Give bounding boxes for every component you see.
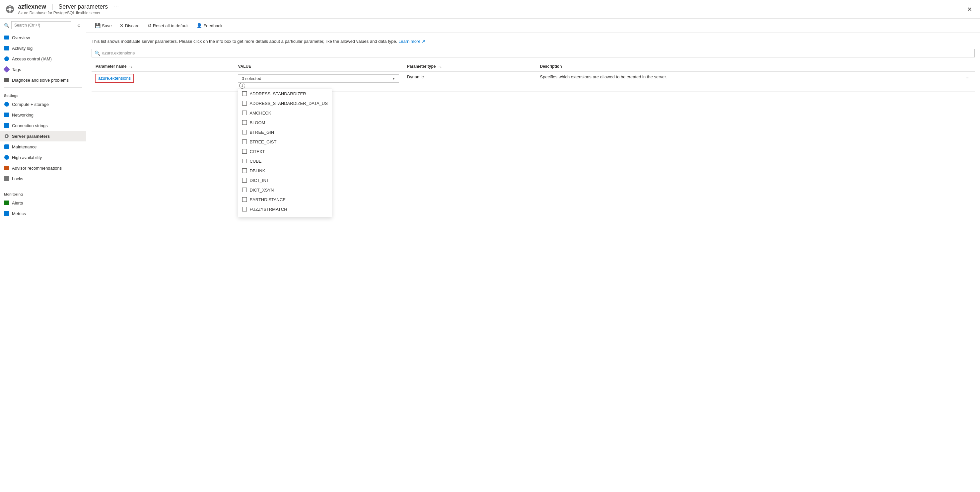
dropdown-item[interactable]: BTREE_GIN — [238, 128, 332, 137]
sidebar-item-label: Activity log — [12, 46, 32, 51]
sidebar-search-area: 🔍 « — [0, 19, 86, 32]
sidebar-item-connection-strings[interactable]: Connection strings — [0, 120, 86, 131]
maintenance-icon — [4, 144, 9, 149]
checkbox[interactable] — [242, 159, 247, 163]
search-icon: 🔍 — [95, 51, 100, 56]
dropdown-item[interactable]: ADDRESS_STANDARDIZER — [238, 89, 332, 99]
checkbox[interactable] — [242, 130, 247, 134]
param-search-bar: 🔍 — [92, 49, 975, 58]
learn-more-link[interactable]: Learn more ↗ — [398, 39, 425, 44]
sidebar-item-label: Access control (IAM) — [12, 56, 52, 61]
info-icon[interactable]: ℹ — [239, 83, 245, 89]
dropdown-item-label: AMCHECK — [250, 110, 271, 115]
sidebar-item-label: High availability — [12, 155, 42, 160]
feedback-icon: 👤 — [196, 23, 202, 28]
feedback-button[interactable]: 👤 Feedback — [193, 21, 226, 30]
checkbox[interactable] — [242, 101, 247, 105]
search-input[interactable] — [11, 21, 71, 29]
svg-point-5 — [12, 9, 13, 10]
sidebar-item-activity-log[interactable]: Activity log — [0, 43, 86, 53]
sidebar-item-advisor-recommendations[interactable]: Advisor recommendations — [0, 163, 86, 173]
dropdown-item[interactable]: BLOOM — [238, 118, 332, 128]
sidebar-item-tags[interactable]: Tags — [0, 64, 86, 75]
svg-point-2 — [9, 6, 11, 7]
sidebar-item-networking[interactable]: Networking — [0, 110, 86, 120]
dropdown-item[interactable]: AMCHECK — [238, 108, 332, 118]
checkbox[interactable] — [242, 168, 247, 173]
sidebar-item-metrics[interactable]: Metrics — [0, 208, 86, 219]
sidebar-item-label: Compute + storage — [12, 102, 49, 107]
sidebar-item-locks[interactable]: Locks — [0, 173, 86, 184]
dropdown-item[interactable]: DICT_XSYN — [238, 185, 332, 195]
dropdown-item[interactable]: CUBE — [238, 157, 332, 166]
sidebar-item-high-availability[interactable]: High availability — [0, 152, 86, 163]
sidebar-item-compute-storage[interactable]: Compute + storage — [0, 99, 86, 110]
checkbox[interactable] — [242, 91, 247, 96]
dropdown-item-label: BLOOM — [250, 120, 265, 125]
col-header-description: Description — [536, 61, 975, 72]
dropdown-item-label: FUZZYSTRMATCH — [250, 207, 287, 212]
sidebar-item-label: Locks — [12, 176, 23, 181]
checkbox[interactable] — [242, 207, 247, 211]
checkbox[interactable] — [242, 188, 247, 192]
checkbox[interactable] — [242, 149, 247, 154]
sort-icon[interactable]: ↑↓ — [438, 64, 442, 69]
sidebar-item-diagnose[interactable]: Diagnose and solve problems — [0, 75, 86, 85]
sidebar-item-label: Connection strings — [12, 123, 48, 128]
dropdown-selected-label: 0 selected — [242, 76, 261, 81]
param-name-link[interactable]: azure.extensions — [95, 74, 134, 82]
param-description-cell: Specifies which extensions are allowed t… — [536, 71, 975, 91]
reset-button[interactable]: ↺ Reset all to default — [144, 21, 192, 30]
checkbox[interactable] — [242, 120, 247, 125]
sidebar-navigation: Overview Activity log Access control (IA… — [0, 32, 86, 492]
sidebar-item-label: Diagnose and solve problems — [12, 78, 69, 83]
checkbox[interactable] — [242, 178, 247, 182]
alerts-icon — [4, 200, 9, 206]
dropdown-item[interactable]: DICT_INT — [238, 176, 332, 185]
settings-icon — [4, 133, 9, 139]
sidebar-item-label: Alerts — [12, 201, 23, 206]
sidebar-item-server-parameters[interactable]: Server parameters — [0, 131, 86, 141]
settings-section-label: Settings — [0, 89, 86, 99]
save-button[interactable]: 💾 Save — [92, 21, 115, 30]
feedback-label: Feedback — [204, 23, 222, 28]
sort-icon[interactable]: ↑↓ — [129, 64, 133, 69]
dropdown-item[interactable]: DBLINK — [238, 166, 332, 176]
dropdown-item[interactable]: EARTHDISTANCE — [238, 195, 332, 204]
save-label: Save — [102, 23, 112, 28]
checkbox[interactable] — [242, 110, 247, 115]
sidebar-item-label: Maintenance — [12, 144, 37, 149]
sidebar: 🔍 « Overview Activity log Access control… — [0, 19, 86, 492]
person-icon — [4, 56, 9, 61]
advisor-icon — [4, 165, 9, 171]
sidebar-item-alerts[interactable]: Alerts — [0, 198, 86, 208]
title-bar: azflexnew | Server parameters ··· Azure … — [0, 0, 980, 19]
ha-icon — [4, 155, 9, 160]
dropdown-item-label: CITEXT — [250, 149, 265, 154]
sidebar-item-label: Overview — [12, 35, 30, 40]
sidebar-item-overview[interactable]: Overview — [0, 32, 86, 43]
checkbox[interactable] — [242, 139, 247, 144]
metrics-icon — [4, 211, 9, 216]
sidebar-item-access-control[interactable]: Access control (IAM) — [0, 53, 86, 64]
close-button[interactable]: ✕ — [964, 4, 975, 14]
param-search-input[interactable] — [102, 51, 972, 56]
dropdown-item[interactable]: CITEXT — [238, 147, 332, 157]
dropdown-button[interactable]: 0 selected ▼ — [238, 74, 399, 83]
row-more-options-button[interactable]: ··· — [964, 74, 971, 81]
dropdown-item-label: BTREE_GIST — [250, 139, 276, 144]
sidebar-item-maintenance[interactable]: Maintenance — [0, 141, 86, 152]
resource-icon — [5, 5, 14, 14]
checkbox[interactable] — [242, 197, 247, 202]
dropdown-item-label: BTREE_GIN — [250, 130, 274, 135]
monitor-icon — [4, 35, 9, 40]
dropdown-item[interactable]: BTREE_GIST — [238, 137, 332, 147]
more-options-button[interactable]: ··· — [114, 3, 119, 10]
page-body: This list shows modifiable server parame… — [86, 33, 980, 492]
dropdown-item[interactable]: FUZZYSTRMATCH — [238, 204, 332, 214]
discard-button[interactable]: ✕ Discard — [116, 21, 143, 30]
dropdown-item[interactable]: ADDRESS_STANDARDIZER_DATA_US — [238, 99, 332, 108]
info-text: This list shows modifiable server parame… — [92, 38, 975, 45]
param-name-cell: azure.extensions — [92, 71, 234, 91]
collapse-sidebar-button[interactable]: « — [75, 22, 82, 29]
